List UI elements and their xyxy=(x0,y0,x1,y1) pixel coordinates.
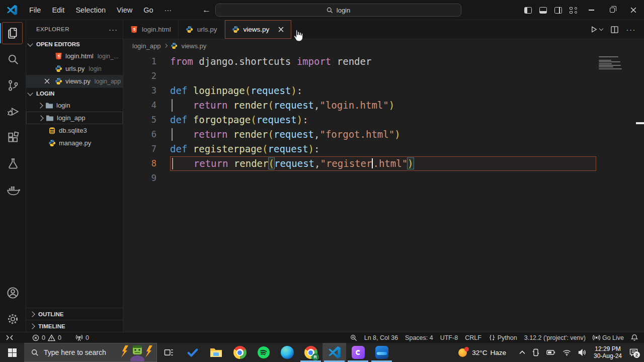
accounts-icon[interactable] xyxy=(0,280,26,306)
menu-edit[interactable]: Edit xyxy=(47,4,69,16)
code-line-content[interactable] xyxy=(170,69,596,83)
docker-icon[interactable] xyxy=(0,177,26,203)
taskbar-search[interactable]: Type here to search xyxy=(24,343,157,362)
source-control-icon[interactable] xyxy=(0,72,26,99)
explorer-actions-icon[interactable]: ··· xyxy=(109,25,118,34)
chrome-button[interactable] xyxy=(228,343,252,362)
python-icon xyxy=(171,42,178,49)
go-live-button[interactable]: Go Live xyxy=(589,332,627,343)
menu-selection[interactable]: Selection xyxy=(71,4,110,16)
code-line-content[interactable]: return render(request,"forgot.html") xyxy=(170,127,596,142)
code-line[interactable]: 9 xyxy=(123,171,644,186)
menu-view[interactable]: View xyxy=(112,4,137,16)
close-button[interactable] xyxy=(623,0,644,20)
run-debug-icon[interactable] xyxy=(0,99,26,125)
chrome-profile-button[interactable]: R xyxy=(299,343,323,362)
code-editor[interactable]: 1from django.shortcuts import render23de… xyxy=(123,52,644,332)
outline-section[interactable]: OUTLINE xyxy=(26,308,123,320)
explorer-icon[interactable] xyxy=(0,20,26,46)
tab-login-html[interactable]: 5 login.html xyxy=(123,20,179,39)
split-editor-icon[interactable] xyxy=(611,26,618,33)
tray-chevron-up-icon[interactable] xyxy=(516,343,529,362)
run-button[interactable] xyxy=(590,26,603,33)
code-line-content[interactable]: def loginpage(request): xyxy=(170,83,596,98)
command-center-search[interactable]: login xyxy=(215,4,461,17)
cursor-position[interactable]: Ln 8, Col 36 xyxy=(361,332,401,343)
screencast-zoom-icon[interactable] xyxy=(347,332,361,343)
code-line[interactable]: 2 xyxy=(123,69,644,83)
toggle-panel-icon[interactable] xyxy=(535,0,550,20)
close-icon[interactable] xyxy=(44,78,50,84)
file-explorer-button[interactable] xyxy=(204,343,228,362)
vscode-taskbar-button[interactable] xyxy=(323,343,346,362)
file-db-sqlite3[interactable]: db.sqlite3 xyxy=(26,124,123,137)
eol-sequence[interactable]: CRLF xyxy=(461,332,485,343)
tab-views-py[interactable]: views.py xyxy=(225,20,292,39)
open-editor-urls-py[interactable]: urls.py login xyxy=(26,62,123,75)
remote-indicator[interactable] xyxy=(0,332,17,343)
todo-app-button[interactable] xyxy=(181,343,204,362)
breadcrumb-file[interactable]: views.py xyxy=(181,42,206,50)
code-line[interactable]: 5def forgotpage(request): xyxy=(123,113,644,127)
restore-button[interactable] xyxy=(602,0,623,20)
toggle-sidebar-icon[interactable] xyxy=(520,0,535,20)
timeline-section[interactable]: TIMELINE xyxy=(26,320,123,332)
code-line-content[interactable]: def forgotpage(request): xyxy=(170,113,596,127)
open-editor-views-py[interactable]: views.py login_app xyxy=(26,75,123,87)
code-line[interactable]: 1from django.shortcuts import render xyxy=(123,54,644,69)
extensions-icon[interactable] xyxy=(0,125,26,151)
notification-center[interactable]: 2 xyxy=(626,343,644,362)
open-editor-login-html[interactable]: 5 login.html login_... xyxy=(26,50,123,62)
settings-gear-icon[interactable] xyxy=(0,306,26,332)
wifi-icon[interactable] xyxy=(559,343,575,362)
notifications-bell-icon[interactable] xyxy=(627,332,644,343)
menu-more[interactable]: ··· xyxy=(160,4,177,16)
back-arrow-icon[interactable]: ← xyxy=(202,5,211,15)
encoding[interactable]: UTF-8 xyxy=(437,332,461,343)
folder-login[interactable]: login xyxy=(26,99,123,112)
problems-indicator[interactable]: 0 0 xyxy=(29,332,65,343)
ports-indicator[interactable]: 0 xyxy=(72,332,93,343)
toggle-secondary-sidebar-icon[interactable] xyxy=(550,0,566,20)
code-line[interactable]: 8 return render(request,"register.html") xyxy=(123,156,644,171)
tab-urls-py[interactable]: urls.py xyxy=(179,20,225,39)
code-line[interactable]: 4 return render(request,"login.html") xyxy=(123,98,644,113)
phone-link-icon[interactable] xyxy=(529,343,543,362)
code-line[interactable]: 6 return render(request,"forgot.html") xyxy=(123,127,644,142)
minimize-button[interactable] xyxy=(581,0,602,20)
clipchamp-button[interactable] xyxy=(346,343,370,362)
code-line[interactable]: 3def loginpage(request): xyxy=(123,83,644,98)
battery-icon[interactable] xyxy=(543,343,559,362)
menu-file[interactable]: File xyxy=(25,4,45,16)
project-header-login[interactable]: LOGIN xyxy=(26,87,123,99)
code-line[interactable]: 7def registerpage(request): xyxy=(123,142,644,156)
language-mode[interactable]: Python xyxy=(485,332,521,343)
edge-button[interactable] xyxy=(275,343,299,362)
customize-layout-icon[interactable] xyxy=(566,0,581,20)
menu-go[interactable]: Go xyxy=(139,4,157,16)
code-line-content[interactable] xyxy=(170,171,596,186)
clock[interactable]: 12:29 PM 30-Aug-24 xyxy=(590,343,626,362)
code-line-content[interactable]: return render(request,"login.html") xyxy=(170,98,596,113)
python-interpreter[interactable]: 3.12.2 ('project': venv) xyxy=(521,332,589,343)
breadcrumb-folder[interactable]: login_app xyxy=(132,42,160,50)
search-view-icon[interactable] xyxy=(0,46,26,72)
volume-icon[interactable] xyxy=(575,343,590,362)
open-editors-header[interactable]: OPEN EDITORS xyxy=(26,38,123,50)
code-line-content[interactable]: return render(request,"register.html") xyxy=(170,156,596,171)
spotify-button[interactable] xyxy=(252,343,275,362)
code-line-content[interactable]: from django.shortcuts import render xyxy=(170,54,596,69)
close-icon[interactable] xyxy=(278,27,284,32)
breadcrumb[interactable]: login_app views.py xyxy=(123,39,644,52)
more-actions-icon[interactable]: ··· xyxy=(626,25,636,34)
task-view-button[interactable] xyxy=(157,343,181,362)
code-line-content[interactable]: def registerpage(request): xyxy=(170,142,596,156)
weather-widget[interactable]: 32°C Haze xyxy=(454,343,510,362)
testing-icon[interactable] xyxy=(0,151,26,177)
films-tv-button[interactable] xyxy=(370,343,393,362)
indentation[interactable]: Spaces: 4 xyxy=(401,332,437,343)
folder-login-app[interactable]: login_app xyxy=(26,112,123,124)
start-button[interactable] xyxy=(0,343,24,362)
minimap[interactable] xyxy=(599,56,632,72)
file-manage-py[interactable]: manage.py xyxy=(26,137,123,149)
